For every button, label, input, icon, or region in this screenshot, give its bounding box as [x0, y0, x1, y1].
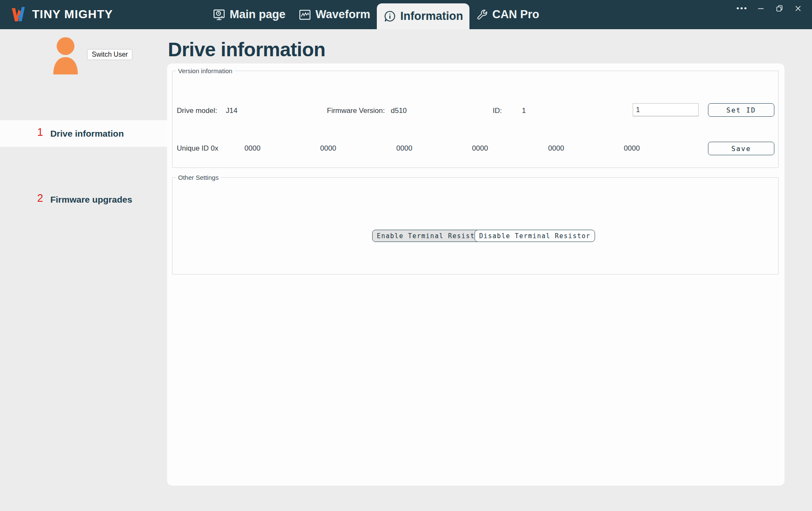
version-information-group-label: Version information	[176, 67, 234, 74]
firmware-version-value: d510	[391, 106, 407, 116]
sidebar-item-drive-information[interactable]: 1 Drive information	[0, 120, 167, 147]
switch-user-button[interactable]: Switch User	[87, 49, 132, 60]
id-label: ID:	[493, 106, 502, 116]
disable-terminal-resistor-button[interactable]: Disable Terminal Resistor	[475, 230, 595, 242]
save-button[interactable]: Save	[708, 142, 774, 155]
id-spinbox: ▲ ▼	[633, 103, 699, 116]
tab-label: Waveform	[315, 8, 370, 21]
info-bubble-icon	[383, 10, 397, 23]
drive-model-label: Drive model:	[177, 106, 217, 116]
enable-terminal-resistor-button[interactable]: Enable Terminal Resistor	[372, 230, 488, 242]
version-information-group: Version information Drive model: J14 Fir…	[172, 67, 779, 168]
brand: TINY MIGHTY	[9, 5, 113, 24]
unique-id-value: 0000	[236, 143, 269, 154]
sidebar-item-number: 2	[37, 192, 43, 204]
brand-logo-icon	[9, 5, 28, 24]
sidebar-item-label: Drive information	[50, 129, 124, 139]
minimize-icon[interactable]	[754, 2, 767, 15]
set-id-button[interactable]: Set ID	[708, 103, 774, 117]
firmware-version-label: Firmware Version:	[327, 106, 385, 116]
tab-label: Main page	[230, 8, 285, 21]
monitor-clock-icon	[212, 8, 226, 22]
maximize-restore-icon[interactable]	[773, 2, 786, 15]
tab-information[interactable]: Information	[377, 3, 470, 29]
unique-id-value: 0000	[615, 143, 649, 154]
content-panel: Version information Drive model: J14 Fir…	[167, 63, 785, 486]
page-title: Drive information	[168, 38, 325, 61]
tab-waveform[interactable]: Waveform	[292, 0, 377, 29]
tab-main-page[interactable]: Main page	[206, 0, 292, 29]
tab-label: CAN Pro	[492, 8, 539, 21]
other-settings-group-label: Other Settings	[176, 174, 221, 181]
more-menu-icon[interactable]: •••	[736, 2, 749, 15]
unique-id-value: 0000	[539, 143, 573, 154]
unique-id-value: 0000	[387, 143, 421, 154]
close-icon[interactable]	[792, 2, 804, 15]
tab-label: Information	[401, 10, 464, 23]
drive-model-value: J14	[226, 106, 237, 116]
user-avatar	[51, 36, 80, 74]
unique-id-value: 0000	[463, 143, 497, 154]
sidebar-item-label: Firmware upgrades	[50, 195, 132, 205]
unique-id-label: Unique ID 0x	[177, 143, 218, 154]
sidebar-item-number: 1	[37, 126, 43, 138]
sidebar-item-firmware-upgrades[interactable]: 2 Firmware upgrades	[0, 186, 167, 213]
unique-id-value: 0000	[311, 143, 345, 154]
other-settings-group: Other Settings Enable Terminal Resistor …	[172, 174, 779, 275]
window-controls: •••	[736, 0, 804, 17]
id-value: 1	[522, 106, 526, 116]
tab-can-pro[interactable]: CAN Pro	[469, 0, 546, 29]
waveform-window-icon	[298, 8, 312, 22]
main-nav: Main page Waveform Information CAN Pro	[206, 0, 546, 29]
wrench-icon	[476, 8, 488, 21]
brand-name: TINY MIGHTY	[32, 8, 113, 21]
title-bar: TINY MIGHTY Main page Waveform	[0, 0, 812, 29]
